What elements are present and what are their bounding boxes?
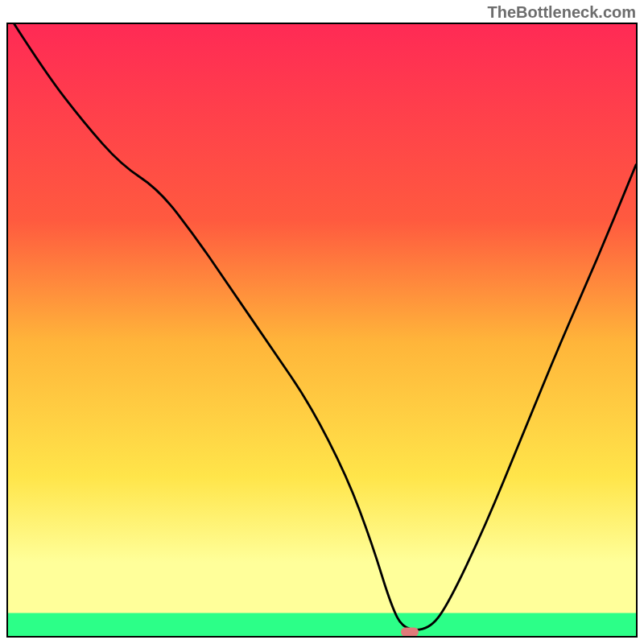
chart-stage: TheBottleneck.com	[0, 0, 644, 644]
optimal-marker	[401, 627, 419, 636]
plot-area	[6, 23, 638, 638]
attribution-label: TheBottleneck.com	[488, 3, 636, 22]
bottleneck-curve	[8, 24, 636, 636]
